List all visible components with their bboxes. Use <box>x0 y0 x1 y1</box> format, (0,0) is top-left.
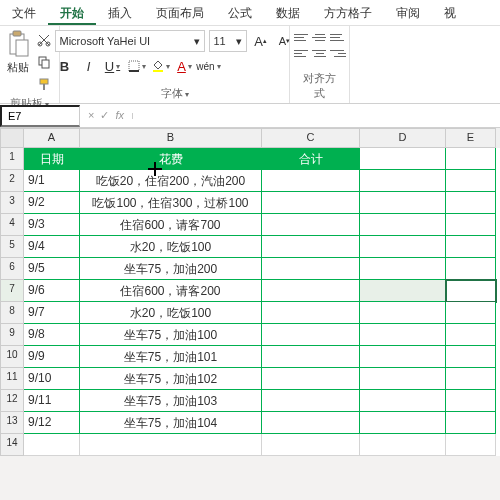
cell[interactable]: 9/8 <box>24 324 80 346</box>
cell[interactable] <box>262 214 360 236</box>
cell[interactable]: 坐车75，加油101 <box>80 346 262 368</box>
cell[interactable] <box>360 368 446 390</box>
cell[interactable] <box>262 368 360 390</box>
cell[interactable]: 坐车75，加油104 <box>80 412 262 434</box>
row-header[interactable]: 4 <box>0 214 24 236</box>
cell[interactable] <box>446 302 496 324</box>
col-header-a[interactable]: A <box>24 128 80 148</box>
cell[interactable]: 9/12 <box>24 412 80 434</box>
cell[interactable]: 9/4 <box>24 236 80 258</box>
font-label[interactable]: 字体 <box>161 86 189 101</box>
underline-button[interactable]: U <box>103 56 123 76</box>
cell[interactable] <box>446 280 496 302</box>
row-header[interactable]: 7 <box>0 280 24 302</box>
row-header[interactable]: 9 <box>0 324 24 346</box>
cell[interactable] <box>262 170 360 192</box>
cell[interactable] <box>262 192 360 214</box>
cell[interactable]: 吃饭100，住宿300，过桥100 <box>80 192 262 214</box>
italic-button[interactable]: I <box>79 56 99 76</box>
cell[interactable] <box>360 258 446 280</box>
cell[interactable] <box>262 236 360 258</box>
row-header[interactable]: 14 <box>0 434 24 456</box>
cell[interactable] <box>360 390 446 412</box>
cell[interactable] <box>262 434 360 456</box>
cell[interactable] <box>360 434 446 456</box>
cell[interactable] <box>446 236 496 258</box>
cell[interactable]: 坐车75，加油100 <box>80 324 262 346</box>
cell[interactable]: 坐车75，加油103 <box>80 390 262 412</box>
cell[interactable]: 日期 <box>24 148 80 170</box>
select-all-corner[interactable] <box>0 128 24 148</box>
cell[interactable] <box>446 390 496 412</box>
cell[interactable] <box>262 324 360 346</box>
menu-home[interactable]: 开始 <box>48 0 96 25</box>
copy-button[interactable] <box>34 52 54 72</box>
cell[interactable] <box>360 236 446 258</box>
menu-formula[interactable]: 公式 <box>216 0 264 25</box>
cell[interactable] <box>360 324 446 346</box>
cut-button[interactable] <box>34 30 54 50</box>
name-box[interactable] <box>0 105 80 127</box>
align-left-button[interactable] <box>294 46 310 60</box>
row-header[interactable]: 11 <box>0 368 24 390</box>
cell[interactable] <box>446 368 496 390</box>
row-header[interactable]: 2 <box>0 170 24 192</box>
cell[interactable] <box>80 434 262 456</box>
cell[interactable] <box>262 258 360 280</box>
cell[interactable]: 坐车75，加油200 <box>80 258 262 280</box>
fx-icon[interactable]: fx <box>115 109 124 122</box>
cell[interactable] <box>446 412 496 434</box>
cell[interactable] <box>446 434 496 456</box>
row-header[interactable]: 13 <box>0 412 24 434</box>
menu-file[interactable]: 文件 <box>0 0 48 25</box>
row-header[interactable]: 10 <box>0 346 24 368</box>
cell[interactable] <box>360 170 446 192</box>
formula-input[interactable] <box>132 113 500 119</box>
cell[interactable] <box>446 170 496 192</box>
cell[interactable]: 9/3 <box>24 214 80 236</box>
cell[interactable]: 住宿600，请客700 <box>80 214 262 236</box>
cell[interactable]: 9/6 <box>24 280 80 302</box>
col-header-d[interactable]: D <box>360 128 446 148</box>
row-header[interactable]: 12 <box>0 390 24 412</box>
cell[interactable]: 坐车75，加油102 <box>80 368 262 390</box>
cell[interactable] <box>446 148 496 170</box>
cell[interactable]: 9/11 <box>24 390 80 412</box>
font-name-select[interactable]: Microsoft YaHei UI▾ <box>55 30 205 52</box>
cell[interactable]: 9/7 <box>24 302 80 324</box>
cell[interactable] <box>262 302 360 324</box>
cell[interactable]: 水20，吃饭100 <box>80 302 262 324</box>
border-button[interactable] <box>127 56 147 76</box>
cell[interactable] <box>262 346 360 368</box>
row-header[interactable]: 3 <box>0 192 24 214</box>
paste-button[interactable]: 粘贴 <box>6 30 30 94</box>
align-right-button[interactable] <box>330 46 346 60</box>
cell[interactable]: 9/9 <box>24 346 80 368</box>
row-header[interactable]: 5 <box>0 236 24 258</box>
row-header[interactable]: 6 <box>0 258 24 280</box>
menu-review[interactable]: 审阅 <box>384 0 432 25</box>
menu-data[interactable]: 数据 <box>264 0 312 25</box>
menu-layout[interactable]: 页面布局 <box>144 0 216 25</box>
cell[interactable] <box>446 346 496 368</box>
bold-button[interactable]: B <box>55 56 75 76</box>
row-header[interactable]: 1 <box>0 148 24 170</box>
cell[interactable]: 9/2 <box>24 192 80 214</box>
col-header-e[interactable]: E <box>446 128 496 148</box>
cell[interactable] <box>360 346 446 368</box>
cell[interactable] <box>360 192 446 214</box>
align-center-button[interactable] <box>312 46 328 60</box>
align-bottom-button[interactable] <box>330 30 346 44</box>
format-painter-button[interactable] <box>34 74 54 94</box>
cell[interactable] <box>360 302 446 324</box>
row-header[interactable]: 8 <box>0 302 24 324</box>
align-middle-button[interactable] <box>312 30 328 44</box>
cell[interactable] <box>360 412 446 434</box>
cell[interactable]: 9/10 <box>24 368 80 390</box>
col-header-b[interactable]: B <box>80 128 262 148</box>
cell[interactable] <box>262 280 360 302</box>
increase-font-button[interactable]: A▴ <box>251 31 271 51</box>
cancel-formula-icon[interactable]: × <box>88 109 94 122</box>
fill-color-button[interactable] <box>151 56 171 76</box>
cell[interactable] <box>360 214 446 236</box>
